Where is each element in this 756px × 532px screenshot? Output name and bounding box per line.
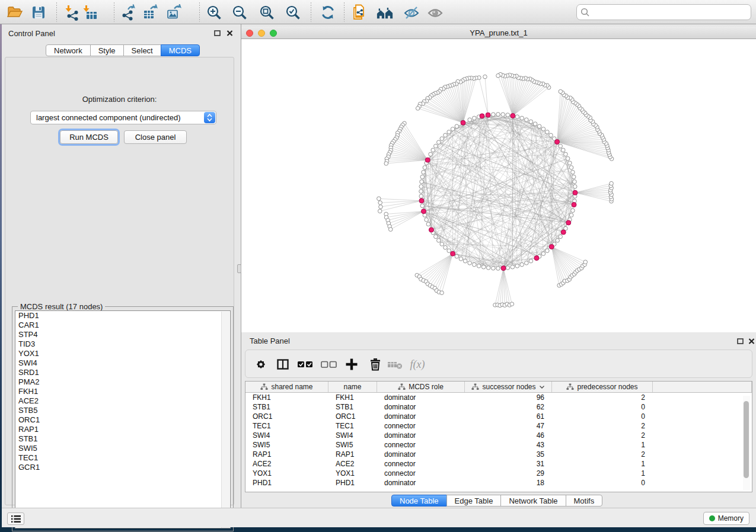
tab-network[interactable]: Network: [46, 44, 91, 56]
column-header-predecessor-nodes[interactable]: predecessor nodes: [552, 382, 653, 392]
zoom-fit-icon[interactable]: [258, 4, 276, 21]
network-node[interactable]: [419, 190, 423, 194]
close-panel-button[interactable]: Close panel: [124, 130, 187, 144]
export-image-icon[interactable]: [165, 4, 183, 21]
network-node[interactable]: [496, 73, 500, 78]
run-mcds-button[interactable]: Run MCDS: [60, 130, 118, 144]
table-row[interactable]: YOX1YOX1connector291: [245, 469, 752, 478]
network-hub-node[interactable]: [486, 113, 490, 117]
network-node[interactable]: [525, 118, 529, 122]
table-row[interactable]: ACE2ACE2connector311: [245, 459, 752, 469]
network-node[interactable]: [431, 148, 435, 152]
table-row[interactable]: RAP1RAP1dominator352: [245, 450, 752, 459]
network-node[interactable]: [447, 249, 451, 253]
network-node[interactable]: [571, 209, 575, 213]
mcds-result-item[interactable]: RAP1: [15, 425, 230, 434]
network-node[interactable]: [422, 170, 426, 174]
tab-select[interactable]: Select: [123, 44, 161, 56]
table-row[interactable]: TEC1TEC1connector472: [245, 421, 752, 431]
network-node[interactable]: [425, 218, 429, 222]
mcds-list-scrollbar[interactable]: [221, 312, 229, 528]
mcds-result-item[interactable]: STB5: [15, 406, 230, 415]
network-node[interactable]: [529, 120, 533, 124]
network-node[interactable]: [463, 259, 467, 263]
network-node[interactable]: [486, 266, 490, 270]
network-node[interactable]: [419, 185, 423, 189]
close-table-panel-icon[interactable]: [747, 337, 756, 345]
network-hub-node[interactable]: [511, 113, 515, 118]
network-node[interactable]: [515, 264, 519, 268]
network-node[interactable]: [384, 162, 388, 166]
network-hub-node[interactable]: [421, 209, 426, 214]
network-node[interactable]: [419, 194, 423, 198]
export-network-icon[interactable]: [120, 4, 138, 21]
mcds-result-item[interactable]: CAR1: [15, 321, 230, 330]
import-network-icon[interactable]: [63, 4, 81, 21]
column-header-name[interactable]: name: [328, 382, 377, 392]
zoom-in-icon[interactable]: [205, 4, 223, 21]
network-node[interactable]: [378, 209, 382, 213]
network-node[interactable]: [492, 113, 496, 117]
mcds-result-item[interactable]: SWI5: [15, 444, 230, 453]
network-node[interactable]: [451, 127, 455, 132]
network-hub-node[interactable]: [480, 114, 484, 118]
network-node[interactable]: [564, 152, 568, 156]
network-node[interactable]: [473, 116, 477, 120]
export-table-icon[interactable]: [142, 4, 160, 21]
network-node[interactable]: [416, 107, 420, 111]
network-node[interactable]: [506, 266, 510, 270]
splitter-grip[interactable]: [237, 264, 241, 273]
column-header-successor-nodes[interactable]: successor nodes: [465, 382, 552, 392]
mcds-result-item[interactable]: SWI4: [15, 358, 230, 368]
network-hub-node[interactable]: [461, 120, 465, 125]
mcds-result-item[interactable]: SRD1: [15, 368, 230, 377]
network-hub-node[interactable]: [425, 158, 430, 162]
network-node[interactable]: [583, 260, 588, 264]
network-node[interactable]: [525, 261, 529, 265]
tab-node-table[interactable]: Node Table: [391, 495, 447, 507]
network-node[interactable]: [440, 291, 444, 295]
network-hub-node[interactable]: [549, 245, 554, 249]
network-node[interactable]: [572, 175, 576, 179]
network-node[interactable]: [437, 239, 441, 243]
table-row[interactable]: PHD1PHD1dominator180: [245, 478, 752, 488]
network-node[interactable]: [573, 185, 577, 189]
table-scrollbar[interactable]: [743, 396, 750, 491]
mcds-result-item[interactable]: ACE2: [15, 396, 230, 406]
network-node[interactable]: [573, 180, 577, 184]
first-neighbors-icon[interactable]: [376, 4, 394, 21]
tab-style[interactable]: Style: [90, 44, 124, 56]
column-header-MCDS-role[interactable]: MCDS role: [377, 382, 465, 392]
network-node[interactable]: [444, 245, 448, 249]
network-node[interactable]: [515, 115, 519, 119]
network-node[interactable]: [511, 265, 515, 269]
hide-selected-icon[interactable]: [403, 4, 420, 21]
mcds-result-item[interactable]: TEC1: [15, 453, 230, 463]
column-header-shared-name[interactable]: shared name: [245, 382, 328, 392]
network-node[interactable]: [559, 89, 563, 94]
network-node[interactable]: [546, 130, 550, 134]
save-session-icon[interactable]: [30, 4, 47, 21]
table-row[interactable]: SWI5SWI5connector431: [245, 440, 752, 450]
table-options-icon[interactable]: [253, 357, 269, 371]
network-node[interactable]: [533, 122, 537, 126]
network-node[interactable]: [501, 113, 505, 117]
mcds-result-item[interactable]: GCR1: [15, 463, 230, 472]
network-node[interactable]: [378, 201, 382, 205]
network-node[interactable]: [468, 261, 472, 265]
criterion-select[interactable]: largest connected component (undirected): [30, 111, 216, 124]
network-node[interactable]: [447, 130, 451, 134]
mcds-result-item[interactable]: STB1: [15, 434, 230, 444]
tab-edge-table[interactable]: Edge Table: [446, 495, 502, 507]
tab-mcds[interactable]: MCDS: [161, 44, 200, 56]
search-input[interactable]: [576, 4, 751, 20]
float-table-panel-icon[interactable]: [735, 337, 745, 345]
network-node[interactable]: [426, 222, 430, 226]
network-hub-node[interactable]: [501, 266, 506, 271]
network-node[interactable]: [546, 249, 550, 253]
select-all-icon[interactable]: [296, 357, 314, 371]
network-node[interactable]: [440, 137, 444, 141]
network-node[interactable]: [496, 113, 500, 117]
network-hub-node[interactable]: [534, 256, 539, 261]
network-node[interactable]: [506, 113, 510, 117]
